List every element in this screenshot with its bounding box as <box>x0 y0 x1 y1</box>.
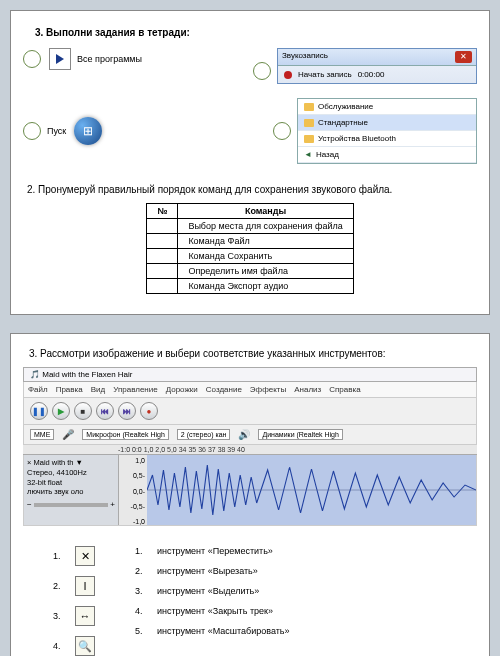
track-control-panel: × Maid with th ▼ Стерео, 44100Hz 32-bit … <box>24 455 119 525</box>
worksheet-page-1: 3. Выполни задания в тетради: Все програ… <box>10 10 490 315</box>
recorder-title: Звукозапись <box>282 51 328 63</box>
cmd-cell: Команда Экспорт аудио <box>178 279 353 294</box>
audacity-titlebar: 🎵 Maid with the Flaxen Hair <box>23 367 477 382</box>
num-cell[interactable] <box>147 264 178 279</box>
skip-start-icon: ⏮ <box>96 402 114 420</box>
windows-orb-icon <box>74 117 102 145</box>
answer-circle[interactable] <box>23 50 41 68</box>
record-button-label: Начать запись <box>298 70 352 79</box>
task3b-heading: 3. Рассмотри изображение и выбери соотве… <box>29 348 477 359</box>
move-tool-icon: ↔ <box>75 606 95 626</box>
answer-circle[interactable] <box>23 122 41 140</box>
stop-icon: ■ <box>74 402 92 420</box>
mic-dropdown: Микрофон (Realtek High <box>82 429 168 440</box>
timeline-ruler: -1:0 0:0 1,0 2,0 5,0 34 35 36 37 38 39 4… <box>23 445 477 455</box>
host-dropdown: MME <box>30 429 54 440</box>
audacity-transport-toolbar: ❚❚ ▶ ■ ⏮ ⏭ ● <box>23 398 477 425</box>
num-cell[interactable] <box>147 249 178 264</box>
tool-name: инструмент «Вырезать» <box>157 566 258 576</box>
num-cell[interactable] <box>147 234 178 249</box>
close-track-tool-icon: ✕ <box>75 546 95 566</box>
close-icon: ✕ <box>455 51 472 63</box>
folder-icon <box>304 103 314 111</box>
tool-matching-exercise: 1.✕ 2.I 3.↔ 4.🔍 5.✱ 1.инструмент «Переме… <box>23 546 477 656</box>
table-header-cmd: Команды <box>178 204 353 219</box>
speaker-dropdown: Динамики (Realtek High <box>258 429 342 440</box>
waveform-area: × Maid with th ▼ Стерео, 44100Hz 32-bit … <box>23 455 477 526</box>
num-cell[interactable] <box>147 279 178 294</box>
zoom-tool-icon: 🔍 <box>75 636 95 656</box>
tool-name: инструмент «Закрыть трек» <box>157 606 273 616</box>
all-programs-label: Все программы <box>77 54 142 64</box>
tool-name: инструмент «Переместить» <box>157 546 273 556</box>
start-menu-folder-list: Обслуживание Стандартные Устройства Blue… <box>297 98 477 164</box>
worksheet-page-2: 3. Рассмотри изображение и выбери соотве… <box>10 333 490 656</box>
audacity-device-toolbar: MME 🎤 Микрофон (Realtek High 2 (стерео) … <box>23 425 477 445</box>
tool-name: инструмент «Выделить» <box>157 586 259 596</box>
play-icon: ▶ <box>52 402 70 420</box>
selection-tool-icon: I <box>75 576 95 596</box>
amplitude-scale: 1,0 0,5- 0,0- -0,5- -1,0 <box>119 455 147 525</box>
skip-end-icon: ⏭ <box>118 402 136 420</box>
record-icon <box>284 71 292 79</box>
cmd-cell: Команда Сохранить <box>178 249 353 264</box>
all-programs-icon <box>49 48 71 70</box>
num-cell[interactable] <box>147 219 178 234</box>
commands-table: № Команды Выбор места для сохранения фай… <box>146 203 353 294</box>
tool-name: инструмент «Масштабировать» <box>157 626 290 636</box>
back-arrow-icon: ◄ <box>304 150 312 159</box>
cmd-cell: Определить имя файла <box>178 264 353 279</box>
record-time: 0:00:00 <box>358 70 385 79</box>
task3-heading: 3. Выполни задания в тетради: <box>35 27 477 38</box>
task2-text: 2. Пронумеруй правильный порядок команд … <box>27 184 477 195</box>
audacity-menubar: Файл Правка Вид Управление Дорожки Созда… <box>23 382 477 398</box>
table-header-num: № <box>147 204 178 219</box>
cmd-cell: Выбор места для сохранения файла <box>178 219 353 234</box>
waveform-display <box>147 455 476 525</box>
channels-dropdown: 2 (стерео) кан <box>177 429 231 440</box>
pause-icon: ❚❚ <box>30 402 48 420</box>
answer-circle[interactable] <box>273 122 291 140</box>
folder-icon <box>304 119 314 127</box>
folder-icon <box>304 135 314 143</box>
sound-recorder-window: Звукозапись ✕ Начать запись 0:00:00 <box>277 48 477 84</box>
cmd-cell: Команда Файл <box>178 234 353 249</box>
answer-circle[interactable] <box>253 62 271 80</box>
start-label: Пуск <box>47 126 66 136</box>
record-icon: ● <box>140 402 158 420</box>
